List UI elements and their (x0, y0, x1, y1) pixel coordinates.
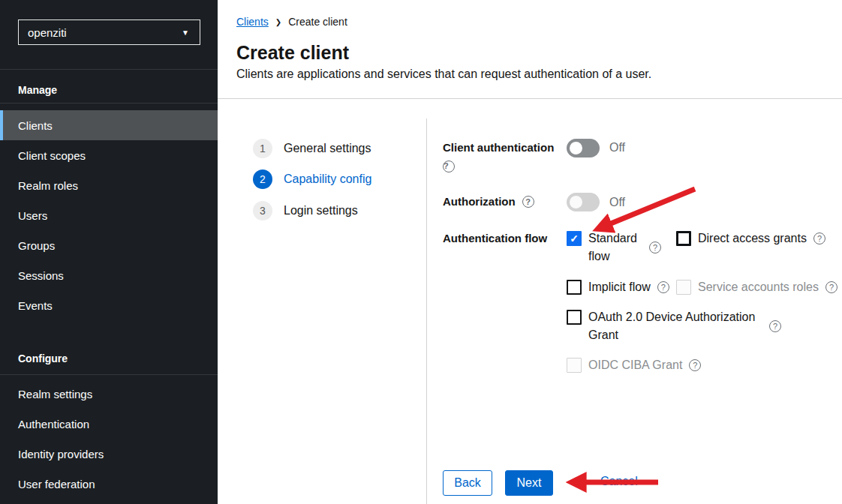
sidebar-item-authentication[interactable]: Authentication (0, 409, 218, 439)
sidebar-item-sessions[interactable]: Sessions (0, 260, 218, 290)
sidebar-item-groups[interactable]: Groups (0, 230, 218, 260)
sidebar-item-identity-providers[interactable]: Identity providers (0, 439, 218, 469)
breadcrumb-current: Create client (288, 16, 347, 28)
back-button[interactable]: Back (443, 470, 492, 496)
sidebar-item-label: Sessions (18, 269, 64, 282)
option-standard-flow: ✓ Standard flow ? (567, 230, 661, 266)
sidebar-item-realm-roles[interactable]: Realm roles (0, 170, 218, 200)
sidebar-item-users[interactable]: Users (0, 200, 218, 230)
option-implicit-flow: Implicit flow ? (567, 278, 669, 296)
wizard-content-divider (426, 118, 427, 504)
option-service-accounts-roles: Service accounts roles ? (676, 278, 837, 296)
label-text: Authorization (443, 195, 516, 208)
option-label: Implicit flow (588, 278, 651, 296)
option-label: OIDC CIBA Grant (588, 356, 682, 374)
sidebar-item-label: Users (18, 209, 47, 222)
breadcrumb: Clients ❯ Create client (236, 16, 347, 28)
step-number: 2 (253, 170, 272, 189)
sidebar-item-client-scopes[interactable]: Client scopes (0, 140, 218, 170)
option-label: OAuth 2.0 Device Authorization Grant (588, 308, 762, 344)
authorization-toggle (567, 193, 600, 212)
authentication-flow-label: Authentication flow (443, 232, 547, 244)
sidebar-item-label: Realm roles (18, 179, 78, 192)
option-label: Service accounts roles (698, 278, 819, 296)
sidebar-item-label: User federation (18, 478, 95, 490)
breadcrumb-clients-link[interactable]: Clients (236, 16, 269, 28)
sidebar-item-label: Authentication (18, 418, 89, 430)
sidebar-item-label: Realm settings (18, 388, 92, 400)
option-label: Direct access grants (698, 230, 807, 248)
sidebar-item-label: Events (18, 299, 53, 312)
help-icon[interactable]: ? (522, 196, 534, 208)
chevron-down-icon: ▼ (182, 28, 189, 37)
help-icon[interactable]: ? (769, 320, 781, 332)
page-title: Create client (236, 42, 349, 64)
header-divider (218, 98, 842, 99)
help-icon[interactable]: ? (657, 281, 669, 293)
step-number: 1 (253, 139, 272, 158)
checkbox-standard-flow[interactable]: ✓ (567, 231, 582, 246)
sidebar-item-label: Identity providers (18, 448, 104, 460)
cancel-link[interactable]: Cancel (600, 475, 638, 488)
sidebar-divider (0, 103, 218, 104)
sidebar-item-label: Groups (18, 239, 55, 252)
step-label: Login settings (284, 204, 358, 218)
option-label: Standard flow (588, 230, 642, 266)
sidebar-item-clients[interactable]: Clients (0, 110, 218, 140)
realm-selector-dropdown[interactable]: openziti ▼ (18, 20, 200, 45)
label-text: Client authentication (443, 141, 554, 154)
breadcrumb-separator-icon: ❯ (275, 18, 281, 26)
checkbox-service-accounts-roles (676, 280, 691, 295)
option-oidc-ciba-grant: OIDC CIBA Grant ? (567, 356, 701, 374)
help-icon[interactable]: ? (443, 160, 455, 172)
help-icon[interactable]: ? (825, 281, 837, 293)
sidebar-item-user-federation[interactable]: User federation (0, 469, 218, 499)
sidebar-divider (0, 69, 218, 70)
toggle-knob (570, 196, 582, 208)
help-icon[interactable]: ? (649, 242, 661, 254)
toggle-knob (570, 142, 582, 154)
sidebar-item-events[interactable]: Events (0, 290, 218, 320)
step-label: General settings (284, 142, 371, 155)
checkbox-implicit-flow[interactable] (567, 280, 582, 295)
checkbox-direct-access-grants[interactable] (676, 231, 691, 246)
client-authentication-label: Client authentication ? (443, 141, 554, 172)
client-authentication-state: Off (609, 141, 625, 154)
wizard-step-general-settings[interactable]: 1 General settings (253, 139, 371, 158)
sidebar-section-configure: Configure (18, 352, 68, 364)
option-direct-access-grants: Direct access grants ? (676, 230, 825, 248)
sidebar-section-manage: Manage (18, 84, 57, 96)
client-authentication-toggle[interactable] (567, 139, 600, 158)
sidebar-item-label: Client scopes (18, 149, 86, 162)
help-icon[interactable]: ? (689, 359, 701, 371)
sidebar-divider (0, 374, 218, 375)
sidebar-item-realm-settings[interactable]: Realm settings (0, 379, 218, 409)
realm-name: openziti (28, 26, 67, 39)
option-oauth-device-authorization-grant: OAuth 2.0 Device Authorization Grant ? (567, 308, 781, 344)
keycloak-admin-console: openziti ▼ Manage Clients Client scopes … (0, 0, 842, 504)
checkbox-oauth-device-grant[interactable] (567, 310, 582, 325)
authorization-state: Off (609, 196, 625, 209)
step-label: Capability config (284, 172, 371, 186)
next-button[interactable]: Next (505, 470, 553, 496)
checkbox-oidc-ciba-grant (567, 358, 582, 373)
page-description: Clients are applications and services th… (236, 68, 651, 81)
sidebar-item-label: Clients (18, 119, 53, 132)
wizard-step-login-settings[interactable]: 3 Login settings (253, 201, 358, 220)
help-icon[interactable]: ? (813, 232, 825, 244)
authorization-label: Authorization ? (443, 195, 534, 208)
step-number: 3 (253, 201, 272, 220)
sidebar: openziti ▼ Manage Clients Client scopes … (0, 0, 218, 504)
wizard-step-capability-config[interactable]: 2 Capability config (253, 170, 371, 189)
